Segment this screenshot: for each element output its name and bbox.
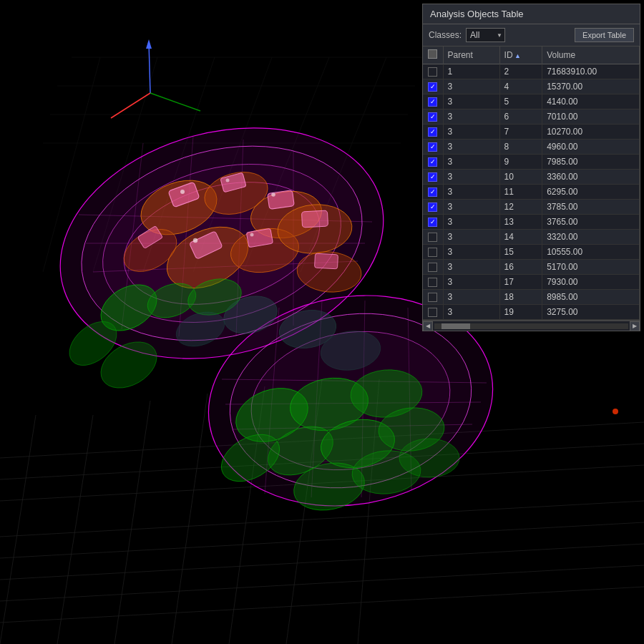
row-id: 12 xyxy=(499,200,542,215)
svg-point-88 xyxy=(271,192,275,197)
checkbox-checked[interactable]: ✓ xyxy=(428,142,437,152)
svg-point-86 xyxy=(180,190,185,194)
row-id: 4 xyxy=(499,79,542,94)
row-id: 6 xyxy=(499,109,542,125)
checkbox-checked[interactable]: ✓ xyxy=(428,187,437,197)
checkbox-unchecked[interactable] xyxy=(428,263,437,272)
checkbox-checked[interactable]: ✓ xyxy=(428,218,437,227)
col-header-parent[interactable]: Parent xyxy=(443,47,499,64)
row-volume: 15370.00 xyxy=(542,79,640,94)
checkbox-checked[interactable]: ✓ xyxy=(428,97,437,107)
row-checkbox-cell[interactable] xyxy=(423,305,443,320)
scroll-right-arrow[interactable]: ▶ xyxy=(630,321,640,331)
table-row: ✓3415370.00 xyxy=(423,79,640,94)
row-checkbox-cell[interactable]: ✓ xyxy=(423,185,443,200)
row-id: 19 xyxy=(499,305,542,320)
row-parent: 3 xyxy=(443,290,499,305)
col-header-checkbox[interactable] xyxy=(423,47,443,64)
row-checkbox-cell[interactable] xyxy=(423,290,443,305)
table-row: ✓3103360.00 xyxy=(423,170,640,185)
row-id: 18 xyxy=(499,290,542,305)
row-volume: 3785.00 xyxy=(542,200,640,215)
row-id: 2 xyxy=(499,64,542,79)
checkbox-checked[interactable]: ✓ xyxy=(428,203,437,212)
row-parent: 3 xyxy=(443,170,499,185)
row-checkbox-cell[interactable]: ✓ xyxy=(423,125,443,140)
row-checkbox-cell[interactable]: ✓ xyxy=(423,155,443,170)
row-id: 10 xyxy=(499,170,542,185)
table-row: ✓3116295.00 xyxy=(423,185,640,200)
row-parent: 3 xyxy=(443,230,499,245)
checkbox-unchecked[interactable] xyxy=(428,308,437,317)
row-checkbox-cell[interactable]: ✓ xyxy=(423,79,443,94)
row-parent: 3 xyxy=(443,215,499,230)
row-parent: 3 xyxy=(443,140,499,155)
checkbox-unchecked[interactable] xyxy=(428,233,437,242)
export-table-button[interactable]: Export Table xyxy=(575,28,634,42)
checkbox-checked[interactable]: ✓ xyxy=(428,127,437,137)
checkbox-unchecked[interactable] xyxy=(428,278,437,287)
checkbox-checked[interactable]: ✓ xyxy=(428,82,437,92)
checkbox-unchecked[interactable] xyxy=(428,293,437,302)
row-id: 7 xyxy=(499,125,542,140)
table-row: 3165170.00 xyxy=(423,260,640,275)
checkbox-checked[interactable]: ✓ xyxy=(428,172,437,182)
checkbox-unchecked[interactable] xyxy=(428,248,437,257)
svg-point-91 xyxy=(613,409,618,414)
svg-point-89 xyxy=(193,238,197,243)
row-volume: 71683910.00 xyxy=(542,64,640,79)
header-checkbox[interactable] xyxy=(428,49,437,59)
col-header-volume[interactable]: Volume xyxy=(542,47,640,64)
row-checkbox-cell[interactable]: ✓ xyxy=(423,215,443,230)
row-volume: 3360.00 xyxy=(542,170,640,185)
checkbox-checked[interactable]: ✓ xyxy=(428,112,437,122)
row-checkbox-cell[interactable]: ✓ xyxy=(423,170,443,185)
classes-select[interactable]: All 1 2 3 xyxy=(466,28,505,42)
row-volume: 3320.00 xyxy=(542,230,640,245)
row-checkbox-cell[interactable] xyxy=(423,260,443,275)
svg-rect-61 xyxy=(268,190,295,210)
table-row: ✓397985.00 xyxy=(423,155,640,170)
row-parent: 3 xyxy=(443,245,499,260)
row-id: 15 xyxy=(499,245,542,260)
scroll-thumb[interactable] xyxy=(441,323,470,329)
scroll-left-arrow[interactable]: ◀ xyxy=(423,321,433,331)
row-volume: 7010.00 xyxy=(542,109,640,125)
row-volume: 3275.00 xyxy=(542,305,640,320)
row-checkbox-cell[interactable]: ✓ xyxy=(423,94,443,109)
row-checkbox-cell[interactable] xyxy=(423,230,443,245)
row-checkbox-cell[interactable] xyxy=(423,64,443,79)
col-header-id[interactable]: ID xyxy=(499,47,542,64)
table-body: 1271683910.00✓3415370.00✓354140.00✓36701… xyxy=(423,64,640,320)
table-row: 3177930.00 xyxy=(423,275,640,290)
horizontal-scrollbar[interactable]: ◀ ▶ xyxy=(423,321,640,331)
row-volume: 6295.00 xyxy=(542,185,640,200)
row-parent: 3 xyxy=(443,125,499,140)
checkbox-checked[interactable]: ✓ xyxy=(428,157,437,167)
panel-title: Analysis Objects Table xyxy=(423,4,640,24)
row-checkbox-cell[interactable] xyxy=(423,275,443,290)
classes-select-wrapper[interactable]: All 1 2 3 xyxy=(466,28,505,42)
row-checkbox-cell[interactable] xyxy=(423,245,443,260)
checkbox-unchecked[interactable] xyxy=(428,67,437,77)
row-checkbox-cell[interactable]: ✓ xyxy=(423,109,443,125)
row-volume: 4960.00 xyxy=(542,140,640,155)
row-checkbox-cell[interactable]: ✓ xyxy=(423,140,443,155)
table-wrapper[interactable]: Parent ID Volume 1271683910.00✓3415370.0… xyxy=(423,47,640,321)
table-row: 1271683910.00 xyxy=(423,64,640,79)
scroll-track[interactable] xyxy=(434,323,628,329)
row-id: 17 xyxy=(499,275,542,290)
row-parent: 3 xyxy=(443,185,499,200)
row-checkbox-cell[interactable]: ✓ xyxy=(423,200,443,215)
table-row: ✓367010.00 xyxy=(423,109,640,125)
row-id: 16 xyxy=(499,260,542,275)
table-row: 3193275.00 xyxy=(423,305,640,320)
row-parent: 3 xyxy=(443,94,499,109)
table-row: ✓354140.00 xyxy=(423,94,640,109)
viewport: Analysis Objects Table Classes: All 1 2 … xyxy=(0,0,644,644)
row-volume: 7930.00 xyxy=(542,275,640,290)
row-parent: 3 xyxy=(443,155,499,170)
svg-point-79 xyxy=(399,439,459,477)
table-row: ✓3133765.00 xyxy=(423,215,640,230)
row-volume: 3765.00 xyxy=(542,215,640,230)
